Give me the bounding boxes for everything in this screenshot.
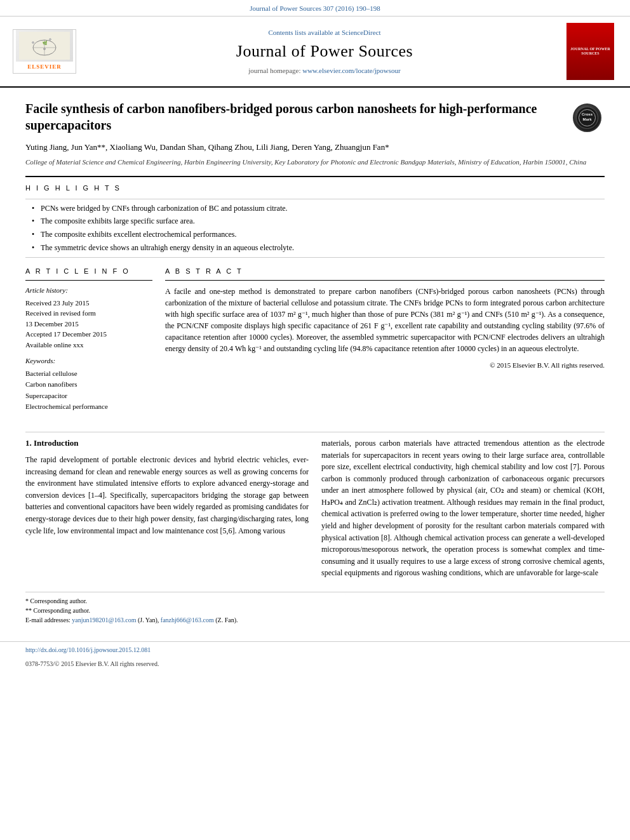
- email1-link[interactable]: yanjun198201@163.com: [72, 617, 136, 623]
- email-label: E-mail addresses:: [25, 617, 70, 623]
- keyword-2: Carbon nanofibers: [25, 379, 152, 390]
- highlights-divider-top: [25, 199, 605, 199]
- article-title: Facile synthesis of carbon nanofibers-br…: [25, 102, 537, 132]
- elsevier-logo: 🌿 ELSEVIER: [13, 29, 76, 74]
- keyword-4: Electrochemical performance: [25, 401, 152, 413]
- divider-1: [25, 176, 605, 177]
- email2-name: Z. Fan: [218, 617, 234, 623]
- abstract-divider: [165, 280, 605, 281]
- abstract-text: A facile and one-step method is demonstr…: [165, 286, 605, 354]
- article-info-column: A R T I C L E I N F O Article history: R…: [25, 267, 152, 419]
- intro-col2-text: materials, porous carbon materials have …: [321, 437, 605, 579]
- abstract-column: A B S T R A C T A facile and one-step me…: [165, 267, 605, 419]
- abstract-label: A B S T R A C T: [165, 267, 605, 276]
- intro-left-col: 1. Introduction The rapid development of…: [25, 437, 309, 579]
- article-revised-date: 13 December 2015: [25, 319, 152, 330]
- highlight-item-2: The composite exhibits large specific su…: [32, 216, 605, 227]
- journal-reference: Journal of Power Sources 307 (2016) 190–…: [250, 4, 380, 12]
- footnote-emails: E-mail addresses: yanjun198201@163.com (…: [25, 615, 605, 625]
- keyword-1: Bacterial cellulose: [25, 368, 152, 380]
- article-info-abstract-section: A R T I C L E I N F O Article history: R…: [25, 267, 605, 419]
- doi-bar: http://dx.doi.org/10.1016/j.jpowsour.201…: [0, 641, 630, 658]
- intro-col1-text: The rapid development of portable electr…: [25, 454, 309, 537]
- two-col-body: 1. Introduction The rapid development of…: [25, 437, 605, 579]
- elsevier-wordmark: ELSEVIER: [27, 63, 62, 71]
- intro-divider: [25, 432, 605, 432]
- highlights-divider-bottom: [25, 257, 605, 258]
- email1-name: J. Yan: [140, 617, 155, 623]
- journal-reference-bar: Journal of Power Sources 307 (2016) 190–…: [0, 0, 630, 17]
- copyright-notice: © 2015 Elsevier B.V. All rights reserved…: [165, 361, 605, 370]
- journal-cover-text: JOURNAL OF POWER SOURCES: [569, 47, 612, 57]
- issn-bar: 0378-7753/© 2015 Elsevier B.V. All right…: [0, 658, 630, 670]
- affiliation-line: College of Material Science and Chemical…: [25, 157, 605, 167]
- article-available: Available online xxx: [25, 340, 152, 350]
- journal-header: 🌿 ELSEVIER Contents lists available at S…: [0, 17, 630, 88]
- homepage-url[interactable]: www.elsevier.com/locate/jpowsour: [302, 67, 400, 74]
- highlight-item-4: The symmetric device shows an ultrahigh …: [32, 243, 605, 253]
- highlight-item-1: PCNs were bridged by CNFs through carbon…: [32, 203, 605, 214]
- journal-cover-image: JOURNAL OF POWER SOURCES: [566, 23, 614, 80]
- highlights-section: H I G H L I G H T S PCNs were bridged by…: [25, 183, 605, 258]
- keywords-label: Keywords:: [25, 356, 152, 366]
- email2-link[interactable]: fanzhj666@163.com: [161, 617, 214, 623]
- homepage-line: journal homepage: www.elsevier.com/locat…: [89, 66, 560, 76]
- highlights-label: H I G H L I G H T S: [25, 183, 605, 193]
- journal-cover-area: JOURNAL OF POWER SOURCES: [566, 23, 617, 80]
- sciencedirect-line: Contents lists available at ScienceDirec…: [89, 28, 560, 37]
- footnote-star1: * Corresponding author.: [25, 596, 605, 606]
- keywords-group: Keywords: Bacterial cellulose Carbon nan…: [25, 356, 152, 413]
- issn-text: 0378-7753/© 2015 Elsevier B.V. All right…: [25, 660, 159, 667]
- article-history-label: Article history:: [25, 286, 152, 295]
- svg-rect-0: [19, 32, 70, 60]
- introduction-section: 1. Introduction The rapid development of…: [25, 432, 605, 579]
- article-history-group: Article history: Received 23 July 2015 R…: [25, 286, 152, 350]
- svg-text:Mark: Mark: [582, 117, 592, 121]
- keyword-3: Supercapacitor: [25, 390, 152, 402]
- svg-point-2: [33, 40, 56, 55]
- article-info-divider: [25, 280, 152, 281]
- crossmark-area[interactable]: Cross Mark: [570, 100, 605, 135]
- sciencedirect-link[interactable]: ScienceDirect: [342, 29, 381, 36]
- intro-heading: 1. Introduction: [25, 437, 309, 449]
- elsevier-logo-area: 🌿 ELSEVIER: [13, 29, 83, 74]
- footnotes-section: * Corresponding author. ** Corresponding…: [25, 592, 605, 625]
- footnote-star2: ** Corresponding author.: [25, 606, 605, 615]
- journal-title-display: Journal of Power Sources: [89, 40, 560, 63]
- homepage-label: journal homepage:: [248, 67, 300, 74]
- crossmark-icon: Cross Mark: [573, 103, 601, 132]
- article-info-label: A R T I C L E I N F O: [25, 267, 152, 276]
- svg-text:🌿: 🌿: [43, 41, 48, 46]
- article-title-area: Facile synthesis of carbon nanofibers-br…: [25, 100, 605, 133]
- header-center-area: Contents lists available at ScienceDirec…: [89, 28, 560, 76]
- highlight-item-3: The composite exhibits excellent electro…: [32, 229, 605, 240]
- authors-line: Yuting Jiang, Jun Yan**, Xiaoliang Wu, D…: [25, 141, 605, 154]
- highlights-list: PCNs were bridged by CNFs through carbon…: [25, 203, 605, 253]
- article-received: Received 23 July 2015: [25, 298, 152, 309]
- doi-link[interactable]: http://dx.doi.org/10.1016/j.jpowsour.201…: [25, 646, 151, 653]
- intro-right-col: materials, porous carbon materials have …: [321, 437, 605, 579]
- elsevier-logo-image: 🌿: [16, 30, 73, 61]
- contents-text: Contents lists available at: [268, 29, 340, 36]
- svg-text:Cross: Cross: [582, 112, 593, 116]
- article-accepted: Accepted 17 December 2015: [25, 329, 152, 340]
- article-received-revised: Received in revised form: [25, 308, 152, 319]
